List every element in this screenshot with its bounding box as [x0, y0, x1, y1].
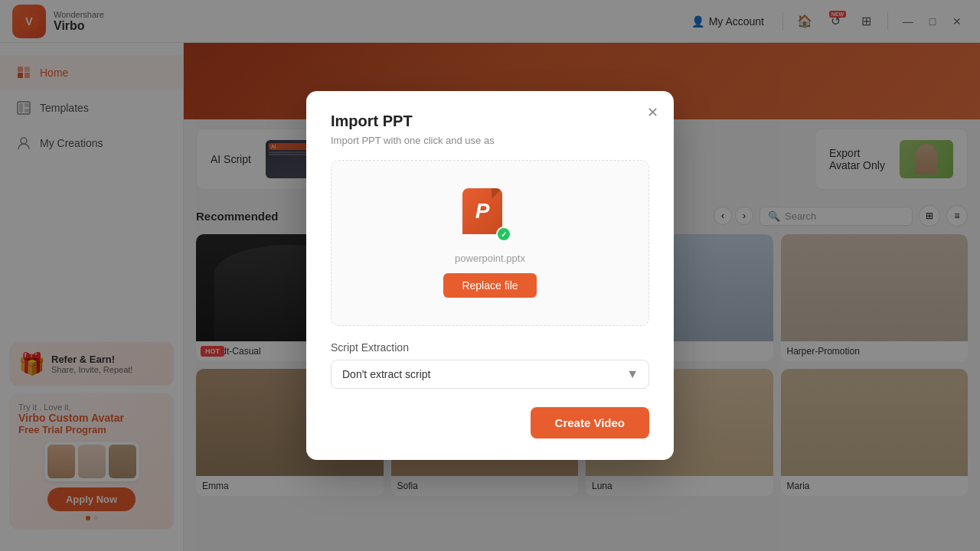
script-dropdown-value: Don't extract script: [342, 368, 431, 380]
replace-file-button[interactable]: Replace file: [443, 273, 536, 298]
file-drop-zone[interactable]: P ✓ powerpoint.pptx Replace file: [331, 160, 649, 326]
import-ppt-modal: ✕ Import PPT Import PPT with one click a…: [306, 91, 674, 460]
modal-title: Import PPT: [331, 112, 649, 130]
script-select-wrapper: Don't extract script ▼: [331, 360, 649, 389]
modal-subtitle: Import PPT with one click and use as: [331, 135, 649, 146]
ppt-file-icon: P ✓: [462, 188, 518, 243]
script-extraction-label: Script Extraction: [331, 341, 649, 354]
file-name-label: powerpoint.pptx: [455, 253, 525, 264]
modal-overlay[interactable]: ✕ Import PPT Import PPT with one click a…: [0, 0, 980, 551]
modal-close-button[interactable]: ✕: [642, 102, 663, 123]
script-dropdown[interactable]: Don't extract script: [331, 360, 649, 389]
modal-footer: Create Video: [331, 407, 649, 439]
create-video-button[interactable]: Create Video: [531, 407, 649, 439]
